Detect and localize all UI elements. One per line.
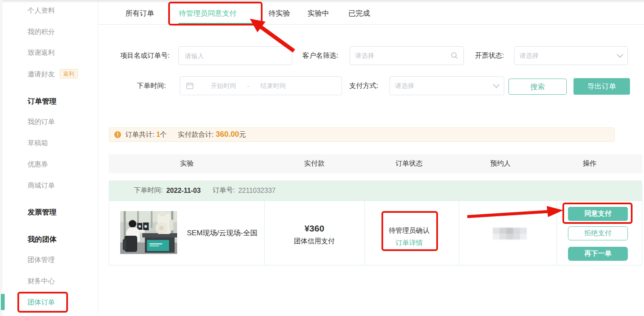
search-icon [451,52,458,59]
annotation-arrow-tab-head [250,19,266,32]
order-group-header: 下单时间: 2022-11-03 订单号: 2211032337 [109,181,642,200]
order-summary-alert: ! 订单共计: 1个实付款合计: 360.00元 [109,127,615,142]
reorder-button[interactable]: 再下一单 [568,247,628,261]
pay-method-placeholder: 请选择 [395,82,414,90]
sidebar-active-indicator [1,294,5,310]
order-time-label: 下单时间: [137,82,166,90]
calendar-icon [186,82,194,90]
sidebar-item-invite-label: 邀请好友 [28,71,55,78]
sidebar-section-invoice-mgmt[interactable]: 发票管理 [28,207,56,217]
summary-paid-unit: 元 [239,131,246,138]
tab-pending-admin-approval[interactable]: 待管理员同意支付 [179,8,237,18]
summary-text: 订单共计: 1个实付款合计: 360.00元 [125,130,246,139]
cell-divider [364,200,365,265]
summary-count-value: 1 [156,131,160,138]
sidebar-item-finance-center[interactable]: 财务中心 [28,277,55,286]
order-no-value: 2211032337 [238,187,276,195]
customer-filter-placeholder: 请选择 [355,52,374,60]
end-time-placeholder: 结束时间 [260,82,286,90]
rebate-badge: 返利 [60,69,78,79]
project-filter-input[interactable] [178,46,292,65]
order-time-value: 2022-11-03 [166,187,201,195]
chevron-down-icon [617,51,624,58]
col-header-actions: 操作 [583,159,596,168]
sidebar-item-invite[interactable]: 邀请好友返利 [28,69,78,79]
cell-divider [459,200,459,265]
sidebar-section-my-group: 我的团体 [28,234,56,244]
sidebar-section-order-mgmt: 订单管理 [28,96,56,106]
order-no-key: 订单号: [212,186,234,195]
reject-payment-button[interactable]: 拒绝支付 [568,226,628,240]
order-price: ¥360 [305,223,325,234]
summary-paid-label: 实付款合计: [178,131,214,138]
summary-count-unit: 个 [160,131,167,138]
export-orders-button[interactable]: 导出订单 [573,78,630,95]
sidebar-item-group-orders[interactable]: 团体订单 [28,298,55,307]
tab-completed[interactable]: 已完成 [348,8,370,18]
order-pay-method: 团体信用支付 [294,237,335,246]
chevron-down-icon [493,82,500,88]
page-left-gutter [0,0,3,316]
sidebar-item-thanks-rebate[interactable]: 致谢返利 [28,48,55,57]
col-header-experiment: 实验 [180,159,194,168]
pay-method-select[interactable]: 请选择 [390,76,504,95]
experiment-thumbnail [120,211,177,254]
col-header-status: 订单状态 [395,159,423,168]
cell-divider [264,200,265,265]
order-status: 待管理员确认 [389,226,429,235]
order-time-key: 下单时间: [134,186,163,195]
sidebar-divider [98,0,98,316]
col-header-reserver: 预约人 [490,159,511,168]
tab-in-experiment[interactable]: 实验中 [308,8,329,18]
search-button[interactable]: 搜索 [508,79,567,95]
invoice-status-placeholder: 请选择 [520,52,539,60]
col-header-paid: 实付款 [304,159,325,168]
sidebar-item-my-orders[interactable]: 我的订单 [28,118,55,127]
tabbar-bottom-border [98,24,644,25]
approve-payment-button[interactable]: 同意支付 [568,207,628,221]
summary-count-label: 订单共计: [125,131,154,138]
invoice-status-select[interactable]: 请选择 [514,46,628,65]
experiment-title[interactable]: SEM现场/云现场-全国 [187,228,257,238]
customer-filter-select[interactable]: 请选择 [350,46,464,65]
summary-paid-value: 360.00 [216,130,239,138]
tab-pending-experiment[interactable]: 待实验 [268,8,290,18]
pay-method-label: 支付方式: [349,82,378,90]
blurred-reserver-name [493,228,527,240]
project-filter-label: 项目名或订单号: [120,51,169,60]
sidebar-item-drafts[interactable]: 草稿箱 [28,139,48,148]
start-time-placeholder: 开始时间 [211,82,236,90]
sidebar-item-points[interactable]: 我的积分 [28,28,55,37]
tab-all-orders[interactable]: 所有订单 [125,8,154,18]
invoice-status-label: 开票状态: [475,51,504,60]
date-range-separator: - [247,82,249,90]
order-time-range-picker[interactable]: 开始时间 - 结束时间 [180,76,342,95]
sidebar-item-group-mgmt[interactable]: 团体管理 [28,256,55,265]
customer-filter-label: 客户名筛选: [302,51,338,60]
warning-icon: ! [114,131,121,138]
sidebar-item-mall-orders[interactable]: 商城订单 [28,181,55,190]
order-detail-link[interactable]: 订单详情 [395,239,423,248]
sidebar-item-coupons[interactable]: 优惠券 [28,160,48,169]
page-top-edge [0,0,644,3]
cell-divider [556,200,557,265]
sidebar-item-profile[interactable]: 个人资料 [28,6,55,15]
active-tab-underline [178,23,254,24]
group-orders-page: 个人资料 我的积分 致谢返利 邀请好友返利 订单管理 我的订单 草稿箱 优惠券 … [0,0,644,316]
